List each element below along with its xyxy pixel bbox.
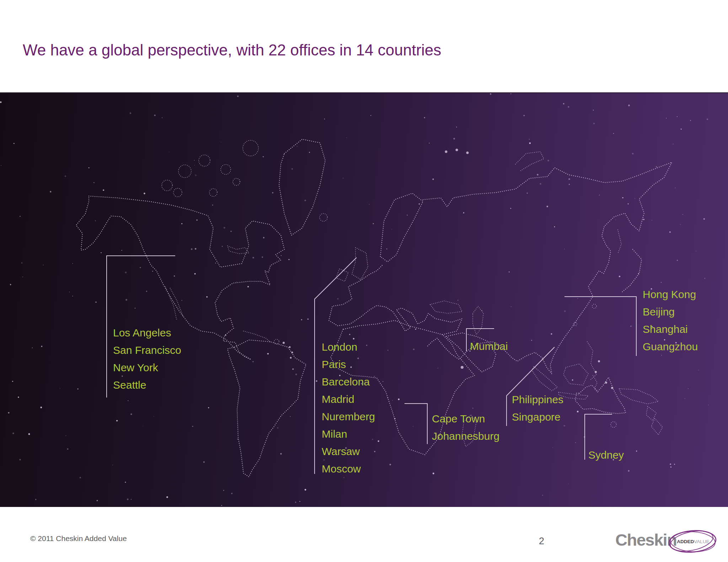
city-group-greater-china: Hong Kong Beijing Shanghai Guangzhou	[643, 286, 698, 355]
city-label: Milan	[322, 425, 375, 443]
city-label: Madrid	[322, 390, 375, 408]
city-label: New York	[113, 359, 181, 376]
city-label: Warsaw	[322, 443, 375, 460]
city-group-southeast-asia: Philippines Singapore	[512, 391, 563, 426]
callout-southern-africa	[405, 404, 427, 444]
city-label: Sydney	[588, 446, 624, 464]
svg-text:ADDEDVALUE: ADDEDVALUE	[677, 539, 709, 544]
slide: We have a global perspective, with 22 of…	[0, 0, 728, 562]
copyright-text: © 2011 Cheskin Added Value	[30, 534, 127, 543]
city-label: Paris	[322, 356, 375, 373]
city-label: Singapore	[512, 408, 563, 426]
page-title: We have a global perspective, with 22 of…	[23, 41, 663, 59]
city-group-north-america: Los Angeles San Francisco New York Seatt…	[113, 324, 181, 394]
page-number: 2	[539, 536, 544, 547]
city-label: Hong Kong	[643, 286, 698, 303]
city-label: Nuremberg	[322, 408, 375, 425]
city-label: Guangzhou	[643, 338, 698, 355]
logo-value-text: VALUE	[694, 539, 709, 544]
city-group-australia: Sydney	[588, 446, 624, 464]
logo-added-text: ADDED	[677, 539, 694, 544]
city-label: Barcelona	[322, 373, 375, 390]
city-label: Los Angeles	[113, 324, 181, 341]
city-label: Philippines	[512, 391, 563, 408]
city-label: Moscow	[322, 460, 375, 477]
city-label: Johannesburg	[432, 427, 499, 445]
city-label: Mumbai	[470, 337, 508, 355]
city-group-europe: London Paris Barcelona Madrid Nuremberg …	[322, 338, 375, 477]
callout-greater-china	[564, 297, 636, 356]
world-map: Los Angeles San Francisco New York Seatt…	[0, 92, 728, 507]
city-label: Cape Town	[432, 410, 499, 427]
city-label: London	[322, 338, 375, 356]
city-label: San Francisco	[113, 341, 181, 359]
city-group-southern-africa: Cape Town Johannesburg	[432, 410, 499, 445]
city-label: Beijing	[643, 303, 698, 320]
addedvalue-logo-badge: ADDEDVALUE	[666, 528, 719, 556]
city-label: Shanghai	[643, 320, 698, 338]
city-group-india: Mumbai	[470, 337, 508, 355]
cheskin-logo: Cheskin ADDEDVALUE	[615, 531, 676, 556]
city-label: Seattle	[113, 376, 181, 394]
